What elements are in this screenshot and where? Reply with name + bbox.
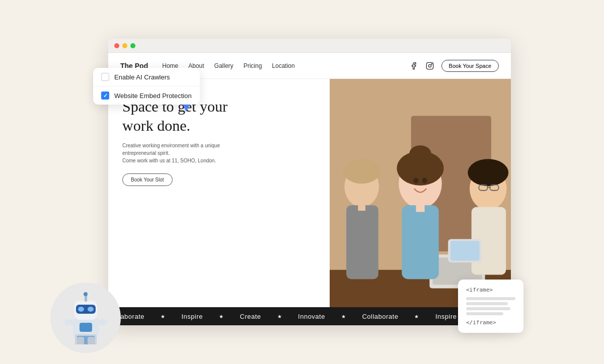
svg-point-33 — [78, 307, 84, 312]
iframe-content-lines — [466, 297, 515, 315]
ticker-star: ★ — [161, 314, 166, 319]
robot-character — [50, 283, 121, 353]
hero-section: Space to get yourwork done. Creative wor… — [108, 79, 511, 325]
svg-rect-18 — [358, 202, 365, 211]
robot-svg — [62, 292, 110, 344]
svg-rect-40 — [88, 337, 95, 344]
iframe-line-3 — [466, 307, 510, 310]
book-space-button[interactable]: Book Your Space — [441, 60, 499, 72]
checkmark-icon: ✓ — [103, 93, 108, 99]
iframe-line-1 — [466, 297, 515, 300]
robot-circle — [50, 283, 121, 353]
svg-point-20 — [468, 159, 508, 186]
svg-point-10 — [409, 145, 431, 162]
hero-description: Creative working environment with a uniq… — [122, 142, 253, 164]
iframe-close-tag: </iframe> — [466, 319, 515, 326]
svg-point-1 — [428, 64, 431, 67]
ticker-star: ★ — [341, 314, 346, 319]
ticker-bar: Collaborate ★ Inspire ★ Create ★ Innovat… — [108, 307, 511, 325]
ticker-item: Inspire — [182, 313, 203, 320]
svg-rect-11 — [402, 205, 439, 279]
iframe-open-tag: <iframe> — [466, 287, 515, 293]
enable-crawlers-checkbox[interactable] — [101, 73, 109, 81]
enable-crawlers-label: Enable AI Crawlers — [114, 73, 170, 81]
minimize-dot[interactable] — [122, 43, 127, 48]
nav-location[interactable]: Location — [272, 62, 294, 69]
close-dot[interactable] — [114, 43, 119, 48]
svg-point-13 — [414, 178, 419, 184]
svg-rect-28 — [80, 323, 92, 332]
ticker-content: Collaborate ★ Inspire ★ Create ★ Innovat… — [108, 313, 457, 320]
embed-protection-checkbox[interactable]: ✓ — [101, 92, 109, 100]
svg-point-14 — [422, 178, 427, 184]
site-nav-right: Book Your Space — [409, 60, 499, 72]
svg-rect-36 — [98, 319, 107, 325]
facebook-icon[interactable] — [409, 61, 418, 70]
instagram-icon[interactable] — [425, 61, 434, 70]
svg-rect-12 — [416, 201, 424, 212]
ticker-item: Inspire — [435, 313, 457, 320]
ticker-item: Create — [240, 313, 261, 320]
svg-point-34 — [88, 307, 94, 312]
svg-rect-17 — [346, 205, 379, 279]
ticker-star: ★ — [219, 314, 224, 319]
embed-protection-label: Website Embed Protection — [114, 92, 192, 100]
svg-point-31 — [84, 292, 88, 296]
iframe-line-2 — [466, 302, 508, 305]
nav-pricing[interactable]: Pricing — [244, 62, 262, 69]
nav-gallery[interactable]: Gallery — [214, 62, 234, 69]
svg-rect-0 — [426, 62, 433, 69]
svg-rect-26 — [450, 241, 480, 260]
ticker-item: Innovate — [298, 313, 325, 320]
svg-point-2 — [431, 63, 432, 64]
svg-rect-39 — [77, 337, 84, 344]
svg-point-16 — [343, 159, 381, 184]
iframe-card: <iframe> </iframe> — [458, 280, 523, 333]
enable-crawlers-item[interactable]: Enable AI Crawlers — [93, 68, 200, 86]
hero-left: Space to get yourwork done. Creative wor… — [108, 79, 330, 325]
ticker-item: Collaborate — [362, 313, 398, 320]
checkbox-panel: Enable AI Crawlers ✓ Website Embed Prote… — [93, 68, 200, 105]
ticker-star: ★ — [277, 314, 282, 319]
iframe-line-4 — [466, 312, 503, 315]
maximize-dot[interactable] — [130, 43, 135, 48]
ticker-star: ★ — [414, 314, 419, 319]
cursor-arrow — [183, 105, 190, 112]
browser-titlebar — [108, 39, 511, 53]
svg-rect-35 — [64, 319, 73, 325]
embed-protection-item[interactable]: ✓ Website Embed Protection — [93, 86, 200, 105]
book-slot-button[interactable]: Book Your Slot — [122, 173, 173, 186]
